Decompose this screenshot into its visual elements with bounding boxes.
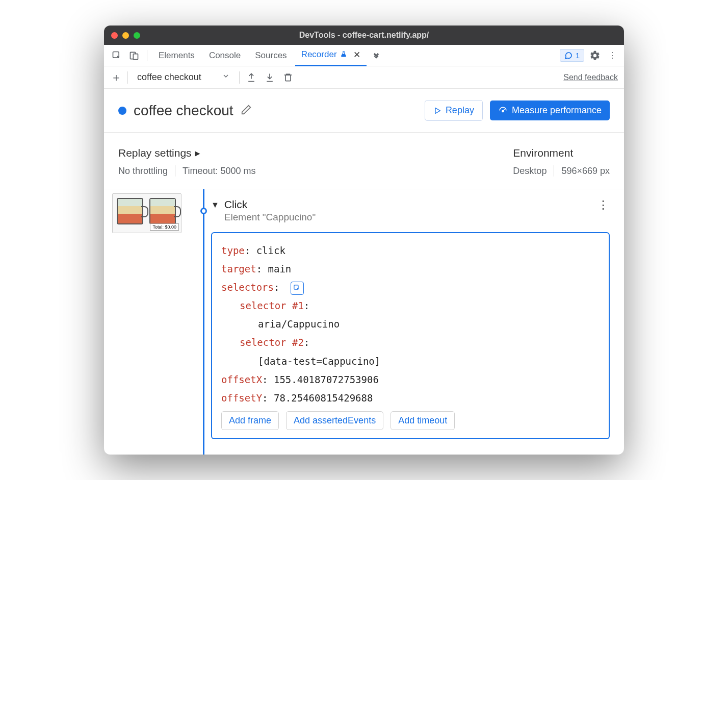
replay-label: Replay	[446, 105, 474, 116]
value: aria/Cappucino	[258, 318, 340, 330]
issues-count: 1	[576, 51, 580, 60]
svg-rect-3	[285, 75, 291, 81]
device-toolbar-icon[interactable]	[126, 48, 142, 63]
step-target-row[interactable]: target: main	[221, 260, 600, 278]
separator	[554, 165, 554, 177]
edit-title-icon[interactable]	[241, 104, 252, 117]
step-thumbnail[interactable]: Total: $0.00	[112, 193, 181, 233]
add-buttons-row: Add frame Add assertedEvents Add timeout	[221, 411, 600, 430]
environment-header: Environment	[513, 147, 610, 159]
device-value: Desktop	[513, 166, 547, 177]
cup-icon	[117, 198, 143, 224]
cup-icon	[149, 198, 176, 224]
collapse-caret-icon[interactable]: ▼	[211, 200, 219, 210]
selector-1-value[interactable]: aria/Cappucino	[221, 315, 600, 333]
settings-gear-icon[interactable]	[588, 49, 602, 62]
maximize-window-button[interactable]	[134, 32, 140, 39]
key: target	[221, 263, 256, 274]
environment-settings: Environment Desktop 596×669 px	[513, 147, 610, 177]
selector-1-row[interactable]: selector #1:	[221, 296, 600, 315]
play-icon	[433, 107, 441, 115]
titlebar: DevTools - coffee-cart.netlify.app/	[104, 26, 624, 45]
value: [data-test=Cappucino]	[258, 356, 380, 367]
recording-header: coffee checkout Replay Measure performan…	[104, 89, 624, 133]
value: 78.25460815429688	[274, 392, 373, 404]
settings-row: Replay settings ▸ No throttling Timeout:…	[104, 133, 624, 189]
step-body: type: click target: main selectors: sele…	[211, 232, 610, 439]
kebab-menu-icon[interactable]: ⋮	[606, 49, 619, 62]
step-type-row[interactable]: type: click	[221, 241, 600, 260]
svg-rect-2	[133, 54, 138, 59]
step-offsetx-row[interactable]: offsetX: 155.40187072753906	[221, 370, 600, 389]
key: offsetY	[221, 392, 262, 404]
selector-2-row[interactable]: selector #2:	[221, 333, 600, 351]
separator	[239, 71, 240, 84]
timeline-dot	[200, 208, 207, 214]
selector-2-value[interactable]: [data-test=Cappucino]	[221, 352, 600, 370]
window-title: DevTools - coffee-cart.netlify.app/	[104, 31, 624, 40]
inspect-element-icon[interactable]	[109, 48, 124, 63]
more-tabs-icon[interactable]	[369, 48, 384, 63]
recording-select-label: coffee checkout	[137, 72, 201, 83]
separator	[147, 50, 147, 61]
value: click	[256, 245, 285, 256]
tab-label: Sources	[255, 51, 287, 61]
key: selector #2	[240, 337, 304, 348]
replay-button[interactable]: Replay	[425, 100, 483, 121]
step-kebab-menu-icon[interactable]: ⋮	[597, 198, 610, 212]
select-element-icon[interactable]	[291, 282, 304, 295]
separator	[175, 165, 175, 177]
step-title: Click	[224, 198, 316, 211]
thumbnail-column: Total: $0.00	[109, 189, 196, 455]
recording-select[interactable]: coffee checkout	[133, 70, 234, 85]
new-recording-icon[interactable]: ＋	[110, 70, 122, 85]
key: offsetX	[221, 374, 262, 385]
close-window-button[interactable]	[111, 32, 118, 39]
replay-settings: Replay settings ▸ No throttling Timeout:…	[118, 147, 255, 177]
separator	[127, 71, 128, 84]
thumbnail-price: Total: $0.00	[150, 223, 179, 231]
tab-recorder[interactable]: Recorder ✕	[295, 45, 367, 66]
delete-icon[interactable]	[281, 71, 295, 84]
add-asserted-events-button[interactable]: Add assertedEvents	[286, 411, 383, 430]
add-timeout-button[interactable]: Add timeout	[391, 411, 455, 430]
timeline-line	[203, 189, 204, 455]
measure-label: Measure performance	[512, 105, 602, 116]
issues-icon	[564, 52, 573, 60]
step-details: ▼ Click Element "Cappucino" ⋮ type: clic…	[211, 189, 624, 455]
step-offsety-row[interactable]: offsetY: 78.25460815429688	[221, 389, 600, 407]
environment-values: Desktop 596×669 px	[513, 165, 610, 177]
chevron-right-icon: ▸	[195, 147, 200, 159]
tab-label: Elements	[159, 51, 195, 61]
timeout-value: Timeout: 5000 ms	[183, 166, 255, 177]
step-area: Total: $0.00 ▼ Click Element "Cappucino"…	[104, 189, 624, 455]
export-icon[interactable]	[245, 71, 258, 84]
recording-title: coffee checkout	[134, 103, 233, 119]
dimensions-value: 596×669 px	[561, 166, 610, 177]
replay-settings-values: No throttling Timeout: 5000 ms	[118, 165, 255, 177]
recorder-toolbar: ＋ coffee checkout Send feedback	[104, 66, 624, 89]
tab-elements[interactable]: Elements	[152, 45, 201, 66]
throttling-value: No throttling	[118, 166, 168, 177]
devtools-window: DevTools - coffee-cart.netlify.app/ Elem…	[104, 26, 624, 455]
import-icon[interactable]	[263, 71, 276, 84]
timeline	[196, 189, 211, 455]
measure-performance-button[interactable]: Measure performance	[490, 100, 610, 120]
step-subtitle: Element "Cappucino"	[224, 212, 316, 223]
step-selectors-row[interactable]: selectors:	[221, 278, 600, 296]
send-feedback-link[interactable]: Send feedback	[563, 73, 618, 82]
key: selectors	[221, 282, 274, 293]
key: type	[221, 245, 245, 256]
value: main	[268, 263, 292, 274]
add-frame-button[interactable]: Add frame	[221, 411, 279, 430]
close-tab-icon[interactable]: ✕	[353, 49, 360, 60]
tab-sources[interactable]: Sources	[249, 45, 293, 66]
issues-badge[interactable]: 1	[560, 49, 584, 62]
replay-settings-header[interactable]: Replay settings ▸	[118, 147, 255, 159]
traffic-lights	[111, 32, 140, 39]
step-header[interactable]: ▼ Click Element "Cappucino" ⋮	[211, 198, 610, 223]
minimize-window-button[interactable]	[122, 32, 129, 39]
tab-console[interactable]: Console	[203, 45, 247, 66]
chevron-down-icon	[222, 72, 230, 83]
key: selector #1	[240, 300, 304, 311]
